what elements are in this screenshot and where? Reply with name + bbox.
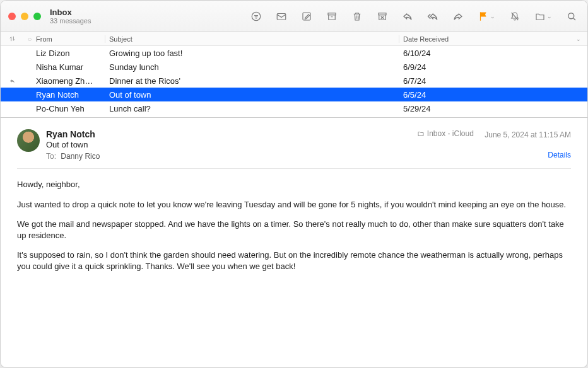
body-paragraph: We got the mail and newspaper stopped. A… (17, 219, 571, 241)
chevron-down-icon: ⌄ (547, 13, 552, 20)
minimize-window-button[interactable] (21, 13, 28, 20)
svg-point-5 (568, 13, 574, 18)
get-mail-icon[interactable] (276, 11, 287, 22)
mail-window: Inbox 33 messages ⌄ ⌄ ○ From Subject Dat… (0, 0, 588, 368)
chevron-down-icon: ⌄ (490, 13, 495, 20)
compose-icon[interactable] (301, 11, 312, 22)
preview-subject: Out of town (46, 140, 417, 149)
date-column-header[interactable]: Date Received ⌄ (399, 35, 587, 43)
archive-icon[interactable] (326, 11, 338, 22)
toolbar: ⌄ ⌄ (250, 11, 580, 22)
svg-rect-4 (379, 13, 386, 14)
preview-sender: Ryan Notch (46, 129, 417, 139)
message-count: 33 messages (50, 17, 91, 25)
preview-header: Ryan Notch Out of town To: Danny Rico In… (17, 129, 571, 161)
message-row[interactable]: Nisha Kumar Sunday lunch 6/9/24 (1, 60, 587, 74)
status-column-header[interactable]: ○ (23, 35, 36, 43)
preview-to: To: Danny Rico (46, 152, 417, 161)
row-from: Ryan Notch (36, 90, 105, 100)
from-column-header[interactable]: From (36, 35, 105, 43)
titlebar: Inbox 33 messages ⌄ ⌄ (1, 1, 587, 32)
mute-icon[interactable] (509, 11, 520, 22)
details-button[interactable]: Details (548, 151, 571, 159)
row-date: 5/29/24 (399, 104, 587, 113)
forward-icon[interactable] (452, 11, 464, 22)
divider (17, 168, 571, 169)
close-window-button[interactable] (8, 13, 16, 20)
row-date: 6/10/24 (399, 49, 587, 58)
flag-icon[interactable]: ⌄ (478, 11, 495, 22)
row-date: 6/5/24 (399, 90, 587, 100)
row-from: Liz Dizon (36, 49, 105, 58)
chevron-down-icon: ⌄ (576, 36, 581, 42)
preview-datetime: June 5, 2024 at 11:15 AM (485, 130, 571, 139)
body-paragraph: It's supposed to rain, so I don't think … (17, 250, 571, 272)
row-subject: Sunday lunch (105, 62, 399, 72)
row-subject: Dinner at the Ricos' (105, 76, 399, 86)
preview-body: Howdy, neighbor, Just wanted to drop a q… (17, 179, 571, 272)
fullscreen-window-button[interactable] (33, 13, 41, 20)
message-row[interactable]: Liz Dizon Growing up too fast! 6/10/24 (1, 46, 587, 60)
sort-column-header[interactable] (1, 35, 23, 42)
row-from: Nisha Kumar (36, 62, 105, 72)
column-headers: ○ From Subject Date Received ⌄ (1, 32, 587, 46)
svg-rect-3 (328, 13, 336, 14)
row-subject: Out of town (105, 90, 399, 100)
message-row[interactable]: Po-Chun Yeh Lunch call? 5/29/24 (1, 101, 587, 115)
message-row[interactable]: Xiaomeng Zh… Dinner at the Ricos' 6/7/24 (1, 74, 587, 88)
row-date: 6/9/24 (399, 62, 587, 72)
reply-indicator-icon (1, 78, 23, 84)
trash-icon[interactable] (351, 11, 363, 22)
preview-mailbox[interactable]: Inbox - iCloud (417, 129, 474, 138)
message-list[interactable]: Liz Dizon Growing up too fast! 6/10/24 N… (1, 46, 587, 118)
junk-icon[interactable] (377, 11, 388, 22)
svg-point-0 (252, 12, 261, 21)
body-paragraph: Howdy, neighbor, (17, 179, 571, 190)
avatar[interactable] (17, 129, 40, 152)
mailbox-title: Inbox (50, 8, 91, 17)
message-preview: Ryan Notch Out of town To: Danny Rico In… (1, 118, 587, 367)
row-from: Xiaomeng Zh… (36, 76, 105, 86)
title-text: Inbox 33 messages (50, 8, 91, 25)
subject-column-header[interactable]: Subject (105, 35, 399, 43)
window-controls (8, 13, 41, 20)
filter-icon[interactable] (250, 11, 262, 22)
message-row[interactable]: Ryan Notch Out of town 6/5/24 (1, 88, 587, 101)
svg-rect-1 (277, 13, 286, 20)
move-icon[interactable]: ⌄ (534, 11, 552, 22)
row-subject: Lunch call? (105, 104, 399, 113)
reply-all-icon[interactable] (427, 11, 438, 22)
row-from: Po-Chun Yeh (36, 104, 105, 113)
body-paragraph: Just wanted to drop a quick note to let … (17, 199, 571, 210)
reply-icon[interactable] (402, 11, 413, 22)
row-date: 6/7/24 (399, 76, 587, 86)
row-subject: Growing up too fast! (105, 49, 399, 58)
search-icon[interactable] (566, 11, 577, 22)
